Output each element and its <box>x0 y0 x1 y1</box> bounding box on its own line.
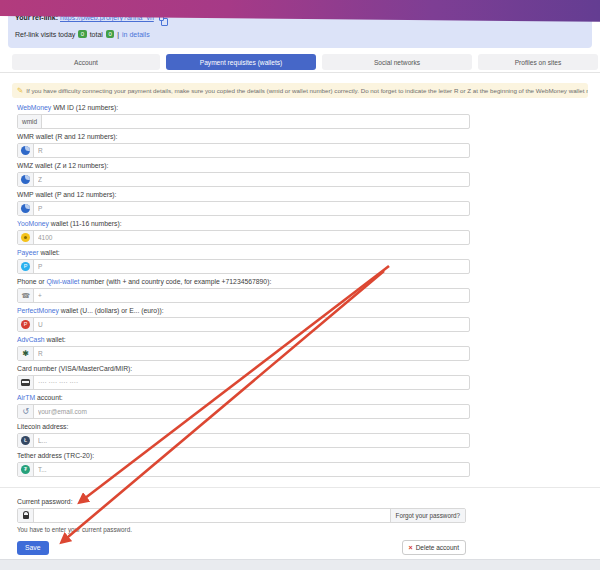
webmoney-link[interactable]: WebMoney <box>17 104 51 111</box>
field-qiwi-phone: Phone or Qiwi-wallet number (with + and … <box>17 278 470 303</box>
advcash-icon: ✱ <box>18 347 34 360</box>
wmz-wallet-input[interactable] <box>34 173 469 186</box>
page-footer-strip <box>0 559 600 570</box>
visits-total-badge: 0 <box>106 30 114 38</box>
wmr-wallet-input[interactable] <box>34 144 469 157</box>
yoomoney-wallet-input[interactable] <box>34 231 469 244</box>
password-helper-text: You have to enter your current password. <box>17 526 466 533</box>
total-label: total <box>90 31 103 38</box>
actions-row: Save × Delete account <box>17 540 466 555</box>
field-card-number: Card number (VISA/MasterCard/MIR): <box>17 365 470 390</box>
field-label: Tether address (TRC-20): <box>17 452 94 459</box>
tab-profiles-on-sites[interactable]: Profiles on sites <box>478 54 598 70</box>
warning-text: If you have difficulty connecting your p… <box>26 87 588 94</box>
payeer-wallet-input[interactable] <box>34 260 469 273</box>
wmid-input[interactable] <box>42 115 469 128</box>
current-password-input[interactable] <box>34 509 390 522</box>
delete-x-icon: × <box>409 544 413 551</box>
field-webmoney-wmid: WebMoney WM ID (12 numbers): wmid <box>17 104 470 129</box>
wmid-prefix-text: wmid <box>18 115 42 128</box>
tether-address-input[interactable] <box>34 463 469 476</box>
field-label: wallet: <box>45 336 66 343</box>
phone-icon: ☎ <box>18 289 34 302</box>
field-label: WMP wallet (P and 12 numbers): <box>17 191 116 198</box>
litecoin-address-input[interactable] <box>34 434 469 447</box>
qiwi-link[interactable]: Qiwi-wallet <box>46 278 79 285</box>
airtm-link[interactable]: AirTM <box>17 394 35 401</box>
perfectmoney-icon: P <box>18 318 34 331</box>
section-divider <box>0 487 600 488</box>
settings-page: Your ref-link: https://pweb.pro/jery?ann… <box>0 0 600 570</box>
field-label: wallet (11-16 numbers): <box>49 220 122 227</box>
qiwi-phone-input[interactable] <box>34 289 469 302</box>
field-label: Phone or <box>17 278 46 285</box>
advcash-wallet-input[interactable] <box>34 347 469 360</box>
field-wmz-wallet: WMZ wallet (Z и 12 numbers): <box>17 162 470 187</box>
delete-account-label: Delete account <box>416 544 459 551</box>
field-airtm-account: AirTM account: ↺ <box>17 394 470 419</box>
yoomoney-icon <box>18 231 34 244</box>
advcash-link[interactable]: AdvCash <box>17 336 45 343</box>
payment-requisites-panel: ✎ If you have difficulty connecting your… <box>0 72 600 558</box>
save-button[interactable]: Save <box>17 541 49 555</box>
password-section: Current password: Forgot your password? … <box>17 498 466 555</box>
lock-icon <box>18 509 34 522</box>
field-label: wallet (U... (dollars) or E... (euro)): <box>59 307 164 314</box>
tab-account[interactable]: Account <box>12 54 160 70</box>
field-tether-address: Tether address (TRC-20): ₮ <box>17 452 470 477</box>
field-label: WMZ wallet (Z и 12 numbers): <box>17 162 108 169</box>
field-litecoin-address: Litecoin address: Ł <box>17 423 470 448</box>
tether-icon: ₮ <box>18 463 34 476</box>
ref-link-stats: Ref-link visits today 0 total 0 | in det… <box>15 30 150 38</box>
litecoin-icon: Ł <box>18 434 34 447</box>
field-label: WM ID (12 numbers): <box>51 104 118 111</box>
perfectmoney-link[interactable]: PerfectMoney <box>17 307 59 314</box>
wallet-fields: WebMoney WM ID (12 numbers): wmid WMR wa… <box>17 104 470 477</box>
field-wmr-wallet: WMR wallet (R and 12 numbers): <box>17 133 470 158</box>
yoomoney-link[interactable]: YooMoney <box>17 220 49 227</box>
payeer-link[interactable]: Payeer <box>17 249 39 256</box>
in-details-link[interactable]: in details <box>122 31 150 38</box>
card-icon <box>18 376 34 389</box>
tab-bar: Account Payment requisites (wallets) Soc… <box>12 54 598 70</box>
webmoney-icon <box>18 173 34 186</box>
airtm-account-input[interactable] <box>34 405 469 418</box>
delete-account-button[interactable]: × Delete account <box>402 540 466 555</box>
tab-social-networks[interactable]: Social networks <box>322 54 472 70</box>
webmoney-icon <box>18 202 34 215</box>
visits-today-badge: 0 <box>78 30 86 38</box>
field-wmp-wallet: WMP wallet (P and 12 numbers): <box>17 191 470 216</box>
field-label: Card number (VISA/MasterCard/MIR): <box>17 365 132 372</box>
field-yoomoney-wallet: YooMoney wallet (11-16 numbers): <box>17 220 470 245</box>
warning-banner: ✎ If you have difficulty connecting your… <box>12 83 588 98</box>
current-password-label: Current password: <box>17 498 466 506</box>
card-number-input[interactable] <box>34 376 469 389</box>
perfectmoney-wallet-input[interactable] <box>34 318 469 331</box>
field-perfectmoney-wallet: PerfectMoney wallet (U... (dollars) or E… <box>17 307 470 332</box>
webmoney-icon <box>18 144 34 157</box>
stats-divider: | <box>117 31 119 38</box>
forgot-password-button[interactable]: Forgot your password? <box>390 509 465 522</box>
field-label: Litecoin address: <box>17 423 68 430</box>
payeer-icon: P <box>18 260 34 273</box>
field-label: WMR wallet (R and 12 numbers): <box>17 133 117 140</box>
field-label: wallet: <box>39 249 60 256</box>
field-label: account: <box>35 394 63 401</box>
field-advcash-wallet: AdvCash wallet: ✱ <box>17 336 470 361</box>
airtm-icon: ↺ <box>18 405 34 418</box>
visits-label: Ref-link visits today <box>15 31 75 38</box>
field-label: number (with + and country code, for exa… <box>79 278 271 285</box>
field-payeer-wallet: Payeer wallet: P <box>17 249 470 274</box>
wmp-wallet-input[interactable] <box>34 202 469 215</box>
tab-payment-requisites[interactable]: Payment requisites (wallets) <box>166 54 316 70</box>
warning-pencil-icon: ✎ <box>17 86 23 95</box>
